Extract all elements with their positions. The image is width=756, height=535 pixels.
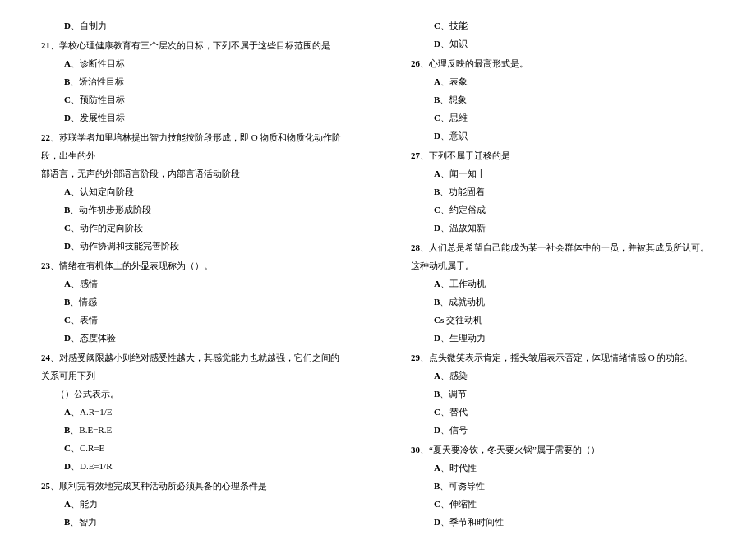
right-column: C、技能 D、知识 26、心理反映的最高形式是。 A、表象 B、想象 C、思维 … <box>411 16 715 519</box>
option-text: 感染 <box>449 371 468 380</box>
question-number: 27 <box>411 150 420 160</box>
option-letter: C <box>434 407 440 417</box>
option: B、矫治性目标 <box>41 72 345 90</box>
option-text: 自制力 <box>80 21 107 30</box>
option-letter: B <box>64 517 70 527</box>
option-letter: C <box>434 113 440 122</box>
option: A、时代性 <box>411 459 715 477</box>
option: B、智力 <box>41 513 345 531</box>
question-25: 25、顺利完有效地完成某种活动所必须具备的心理条件是 <box>41 477 345 495</box>
option: D、生理动力 <box>411 329 715 347</box>
option: A、诊断性目标 <box>41 54 345 72</box>
option-text: 认知定向阶段 <box>80 187 134 196</box>
question-text: 、心理反映的最高形式是。 <box>420 58 528 68</box>
option-text: 情感 <box>79 297 97 307</box>
question-23: 23、情绪在有机体上的外显表现称为（）。 <box>41 256 345 274</box>
option: A、能力 <box>41 495 345 513</box>
question-26: 26、心理反映的最高形式是。 <box>411 54 715 72</box>
option-text: 动作初步形成阶段 <box>79 205 151 214</box>
option: C、预防性目标 <box>41 90 345 108</box>
question-number: 24 <box>41 353 50 362</box>
option: A、感情 <box>41 274 345 293</box>
option-letter: B <box>64 297 70 307</box>
question-text: 、下列不属于迁移的是 <box>420 150 510 160</box>
option: B、动作初步形成阶段 <box>41 201 345 219</box>
option-text: 智力 <box>79 517 97 527</box>
option-text: 思维 <box>449 113 468 122</box>
option: Cs 交往动机 <box>411 311 715 329</box>
option-text: 矫治性目标 <box>79 76 124 86</box>
option-text: 动作的定向阶段 <box>80 223 143 233</box>
option-letter: D <box>64 461 71 471</box>
question-number: 22 <box>41 132 50 142</box>
option: C、替代 <box>411 403 715 421</box>
option-text: 成就动机 <box>449 297 485 307</box>
option-letter: B <box>434 481 440 491</box>
option-text: 动作协调和技能完善阶段 <box>80 241 179 251</box>
option-letter: B <box>434 95 440 104</box>
option: B、情感 <box>41 293 345 311</box>
question-text: 、对感受阈限越小则绝对感受性越大，其感觉能力也就越强，它们之间的关系可用下列 <box>41 353 339 380</box>
question-text: 、“夏天要冷饮，冬天要火锅”属于需要的（） <box>420 445 600 454</box>
question-30: 30、“夏天要冷饮，冬天要火锅”属于需要的（） <box>411 440 715 459</box>
option-letter: B <box>434 297 440 307</box>
option-text: 调节 <box>449 389 467 399</box>
option-letter: C <box>434 205 440 214</box>
option-letter: D <box>434 223 440 233</box>
option: D、态度体验 <box>41 329 345 347</box>
option-text: 诊断性目标 <box>80 58 125 68</box>
option-text: 可诱导性 <box>449 481 485 491</box>
option-text: 伸缩性 <box>449 499 477 509</box>
option-letter: D <box>434 39 440 48</box>
question-27: 27、下列不属于迁移的是 <box>411 146 715 164</box>
option-text: B.E=R.E <box>79 425 112 435</box>
question-number: 29 <box>411 353 420 362</box>
option-text: 技能 <box>449 21 468 30</box>
option: B、可诱导性 <box>411 477 715 495</box>
option-text: C.R=E <box>80 443 104 453</box>
option-text: 信号 <box>449 425 468 435</box>
question-21: 21、学校心理健康教育有三个层次的目标，下列不属于这些目标范围的是 <box>41 36 345 54</box>
orphan-option: D、自制力 <box>41 16 345 35</box>
option-letter: C <box>64 443 71 453</box>
option-text: 替代 <box>449 407 468 417</box>
option: A、工作动机 <box>411 274 715 293</box>
option: D、意识 <box>411 127 715 145</box>
question-continuation: 部语言，无声的外部语言阶段，内部言语活动阶段 <box>41 164 345 182</box>
orphan-option: C、技能 <box>411 16 715 35</box>
option-text: A.R=1/E <box>80 407 113 417</box>
option-text: 闻一知十 <box>449 168 486 178</box>
option-letter: A <box>434 168 440 178</box>
question-text: 、苏联学者加里培林提出智力技能按阶段形成，即 O 物质和物质化动作阶段，出生的外 <box>41 132 341 160</box>
option-letter: D <box>434 425 440 435</box>
option-letter: D <box>64 333 71 343</box>
option-text: 感情 <box>80 279 98 288</box>
option-text: 交往动机 <box>446 315 482 325</box>
option-letter: B <box>434 187 440 196</box>
question-text: 、点头微笑表示肯定，摇头皱眉表示否定，体现情绪情感 O 的功能。 <box>420 353 693 362</box>
option: A、A.R=1/E <box>41 403 345 421</box>
option: C、约定俗成 <box>411 201 715 219</box>
orphan-option: D、知识 <box>411 35 715 53</box>
option-letter: A <box>64 279 71 288</box>
option-text: 时代性 <box>449 463 477 473</box>
option-text: 约定俗成 <box>449 205 486 214</box>
option-text: D.E=1/R <box>80 461 113 471</box>
option-text: 表情 <box>80 315 98 325</box>
option: D、动作协调和技能完善阶段 <box>41 237 345 255</box>
option-text: 表象 <box>449 76 468 86</box>
option: D、发展性目标 <box>41 108 345 127</box>
option-letter: A <box>64 407 71 417</box>
question-number: 23 <box>41 261 50 270</box>
option-letter: Cs <box>434 315 444 325</box>
option: A、认知定向阶段 <box>41 182 345 201</box>
question-text: 、学校心理健康教育有三个层次的目标，下列不属于这些目标范围的是 <box>50 40 330 50</box>
option-letter: A <box>434 279 440 288</box>
question-24: 24、对感受阈限越小则绝对感受性越大，其感觉能力也就越强，它们之间的关系可用下列 <box>41 348 345 385</box>
option: A、表象 <box>411 72 715 90</box>
option: D、温故知新 <box>411 219 715 237</box>
question-continuation: （）公式表示。 <box>41 385 345 403</box>
option-letter: A <box>434 463 440 473</box>
question-text: 、人们总是希望自己能成为某一社会群体中的一员，并被其成员所认可。这种动机属于。 <box>411 242 709 270</box>
option: D、季节和时间性 <box>411 513 715 531</box>
